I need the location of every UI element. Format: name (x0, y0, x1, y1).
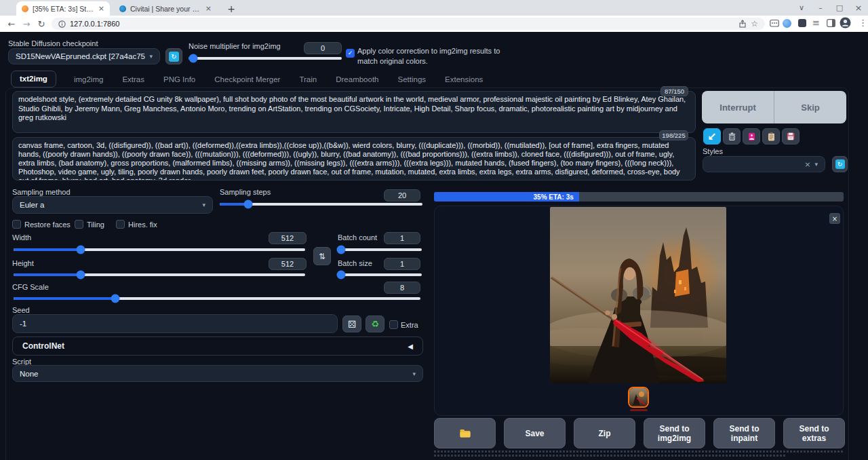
site-info-icon[interactable] (58, 20, 66, 28)
extension-dark-icon[interactable] (798, 19, 806, 27)
extra-networks-button[interactable] (743, 128, 760, 145)
cfg-scale-label: CFG Scale (12, 283, 49, 291)
seed-input[interactable]: -1 (12, 314, 338, 333)
reload-button[interactable]: ↻ (34, 16, 49, 32)
color-correction-checkbox[interactable]: ✓ (346, 49, 355, 58)
gallery-thumbnail-selected[interactable] (628, 387, 649, 408)
forward-button[interactable]: → (19, 16, 34, 32)
extension-blue-icon[interactable] (783, 19, 791, 28)
height-slider[interactable] (14, 273, 305, 276)
tab-settings[interactable]: Settings (397, 72, 428, 88)
cfg-scale-value[interactable]: 8 (384, 282, 420, 294)
browser-tab-civitai[interactable]: Civitai | Share your models × (114, 1, 217, 16)
sampling-method-dropdown[interactable]: Euler a ▾ (12, 196, 213, 214)
browser-tab-strip: [35% ETA: 3s] Stable Diffusion × Civitai… (0, 0, 868, 16)
tab-extras[interactable]: Extras (121, 72, 146, 88)
slider-handle[interactable] (336, 246, 345, 254)
open-output-folder-button[interactable] (434, 418, 496, 448)
slider-handle[interactable] (111, 294, 120, 303)
batch-size-value[interactable]: 1 (384, 258, 420, 270)
tiling-checkbox[interactable] (75, 220, 83, 229)
tab-close-icon[interactable]: × (98, 4, 104, 13)
window-close-button[interactable]: × (849, 0, 868, 16)
batch-size-slider[interactable] (338, 273, 422, 276)
bookmark-star-icon[interactable]: ☆ (751, 19, 758, 28)
prompt-token-counter: 87/150 (660, 86, 688, 96)
checkpoint-dropdown[interactable]: SD15NewVAEpruned.ckpt [27a4ac756c] ▾ (8, 48, 160, 64)
send-to-img2img-button[interactable]: Send to img2img (644, 418, 705, 448)
refresh-checkpoint-button[interactable]: ↻ (165, 48, 182, 64)
back-button[interactable]: ← (4, 16, 19, 32)
color-correction-label: Apply color correction to img2img result… (357, 46, 512, 66)
height-value[interactable]: 512 (269, 258, 307, 270)
restore-faces-checkbox[interactable] (12, 220, 21, 229)
zip-button[interactable]: Zip (574, 418, 635, 448)
slider-handle[interactable] (189, 54, 197, 63)
paste-generation-params-button[interactable]: ↙ (703, 128, 721, 145)
clear-styles-icon[interactable]: × (804, 160, 810, 169)
reuse-seed-recycle-button[interactable]: ♻ (366, 315, 384, 332)
browser-menu-kebab-icon[interactable]: ⋮ (859, 18, 867, 28)
batch-count-value[interactable]: 1 (384, 232, 420, 244)
restore-faces-label: Restore faces (24, 221, 71, 229)
cfg-scale-slider[interactable] (14, 297, 420, 300)
extra-seed-checkbox[interactable] (389, 320, 398, 329)
tab-img2img[interactable]: img2img (73, 72, 104, 88)
random-seed-dice-button[interactable]: ⚄ (342, 315, 361, 332)
slider-handle[interactable] (336, 271, 345, 280)
tab-png-info[interactable]: PNG Info (162, 72, 197, 88)
batch-count-slider[interactable] (338, 248, 422, 251)
sampling-steps-value[interactable]: 20 (384, 189, 420, 202)
window-restore-button[interactable]: □ (830, 0, 849, 16)
trash-icon (728, 132, 736, 140)
slider-handle[interactable] (76, 246, 85, 254)
hires-fix-checkbox[interactable] (116, 220, 125, 229)
side-panel-icon[interactable] (827, 19, 835, 27)
swap-dimensions-button[interactable]: ⇅ (313, 247, 331, 265)
screen: [35% ETA: 3s] Stable Diffusion × Civitai… (0, 0, 868, 460)
width-value[interactable]: 512 (269, 232, 307, 244)
window-minimize-button[interactable]: – (811, 0, 830, 16)
accordion-collapsed-icon: ◀ (408, 343, 413, 350)
browser-tab-stable-diffusion[interactable]: [35% ETA: 3s] Stable Diffusion × (16, 1, 110, 16)
interrupt-button[interactable]: Interrupt (702, 91, 774, 123)
progress-text: 35% ETA: 3s (534, 193, 574, 201)
tab-train[interactable]: Train (298, 72, 318, 88)
width-slider[interactable] (14, 248, 305, 251)
send-to-extras-button[interactable]: Send to extras (783, 418, 845, 448)
sampling-steps-slider[interactable] (220, 203, 422, 206)
extension-media-icon[interactable] (770, 19, 779, 28)
styles-dropdown[interactable]: × ▾ (703, 156, 825, 172)
profile-avatar[interactable] (840, 17, 851, 28)
script-dropdown[interactable]: None ▾ (12, 365, 423, 382)
generated-image[interactable] (550, 207, 726, 383)
paste-arrow-icon: ↙ (707, 130, 716, 143)
apply-style-button[interactable] (762, 128, 780, 145)
controlnet-accordion[interactable]: ControlNet ◀ (12, 337, 423, 356)
skip-button[interactable]: Skip (774, 91, 846, 123)
tab-extensions[interactable]: Extensions (443, 72, 484, 88)
tab-close-icon[interactable]: × (205, 4, 212, 13)
height-label: Height (12, 259, 34, 267)
save-button[interactable]: Save (504, 418, 566, 448)
tab-txt2img[interactable]: txt2img (11, 71, 56, 88)
noise-multiplier-value[interactable]: 0 (304, 42, 342, 54)
share-icon[interactable] (738, 20, 747, 28)
send-to-inpaint-button[interactable]: Send to inpaint (713, 418, 775, 448)
slider-handle[interactable] (76, 271, 85, 280)
prompt-textarea[interactable]: modelshoot style, (extremely detailed CG… (12, 91, 696, 133)
negative-prompt-textarea[interactable]: canvas frame, cartoon, 3d, ((disfigured)… (12, 137, 696, 180)
noise-multiplier-slider[interactable] (189, 57, 342, 60)
save-style-button[interactable] (782, 128, 800, 145)
slider-handle[interactable] (243, 200, 252, 209)
tab-dreambooth[interactable]: Dreambooth (334, 72, 380, 88)
reading-list-icon[interactable]: ≡ (812, 18, 820, 28)
window-chevron-icon[interactable]: ∨ (792, 0, 811, 16)
tab-checkpoint-merger[interactable]: Checkpoint Merger (213, 72, 281, 88)
close-preview-button[interactable]: × (829, 213, 840, 224)
new-tab-button[interactable]: + (224, 1, 239, 16)
refresh-styles-button[interactable]: ↻ (832, 156, 848, 172)
progress-fill: 35% ETA: 3s (434, 192, 579, 202)
clear-prompt-button[interactable] (723, 128, 741, 145)
address-bar[interactable]: 127.0.0.1:7860 ☆ (52, 18, 765, 30)
